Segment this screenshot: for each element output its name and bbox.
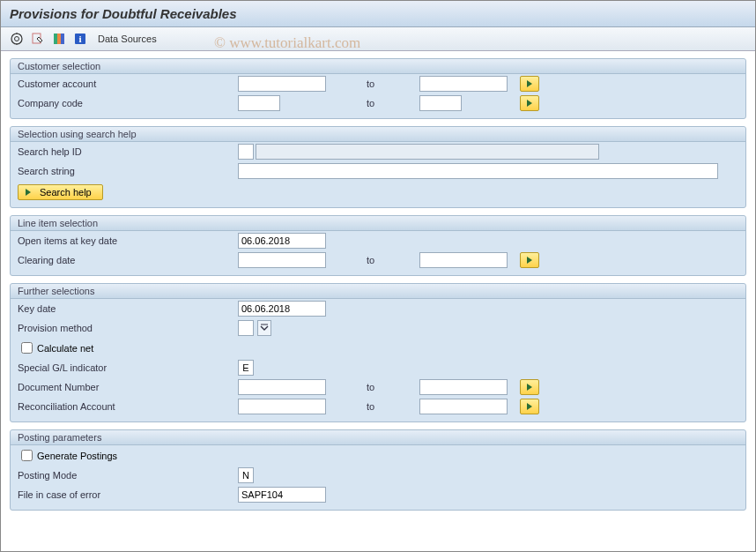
group-line-item-selection: Line item selection Open items at key da… <box>10 215 746 276</box>
svg-text:i: i <box>78 34 81 44</box>
calculate-net-label: Calculate net <box>37 343 93 354</box>
search-string-input[interactable] <box>238 163 718 179</box>
company-code-label: Company code <box>18 98 238 108</box>
provision-method-input[interactable] <box>238 320 254 336</box>
recon-account-to-label: to <box>367 401 419 412</box>
company-code-multi-button[interactable] <box>520 95 539 111</box>
search-string-label: Search string <box>18 166 238 176</box>
file-error-input[interactable] <box>238 487 326 503</box>
group-title-customer: Customer selection <box>11 59 745 74</box>
svg-rect-7 <box>61 34 64 44</box>
clearing-date-label: Clearing date <box>18 255 238 265</box>
generate-postings-label: Generate Postings <box>37 451 117 461</box>
special-gl-input[interactable] <box>238 360 254 376</box>
document-number-to-label: to <box>367 382 419 392</box>
generate-postings-checkbox[interactable] <box>21 450 33 461</box>
info-icon[interactable]: i <box>71 30 89 48</box>
customer-account-multi-button[interactable] <box>520 76 539 92</box>
company-code-to-label: to <box>367 98 419 108</box>
clearing-date-to-label: to <box>367 255 419 265</box>
page-title: Provisions for Doubtful Receivables <box>1 1 755 27</box>
group-further-selections: Further selections Key date Provision me… <box>10 283 746 422</box>
clearing-date-multi-button[interactable] <box>520 252 539 268</box>
group-search-help: Selection using search help Search help … <box>10 126 746 208</box>
provision-method-label: Provision method <box>18 323 238 333</box>
group-title-searchhelp: Selection using search help <box>11 127 745 142</box>
company-code-from-input[interactable] <box>238 95 280 111</box>
execute-icon[interactable] <box>8 30 26 48</box>
calculate-net-checkbox[interactable] <box>21 342 33 354</box>
recon-account-from-input[interactable] <box>238 399 326 414</box>
document-number-from-input[interactable] <box>238 379 326 395</box>
search-help-button-label: Search help <box>40 187 92 198</box>
search-help-id-desc-input <box>256 144 599 160</box>
open-items-label: Open items at key date <box>18 235 238 246</box>
group-customer-selection: Customer selection Customer account to C… <box>10 58 746 119</box>
data-sources-button[interactable]: Data Sources <box>93 34 162 44</box>
customer-account-to-input[interactable] <box>419 76 508 92</box>
recon-account-multi-button[interactable] <box>520 399 539 414</box>
search-help-id-label: Search help ID <box>18 146 238 157</box>
clearing-date-from-input[interactable] <box>238 252 326 268</box>
document-number-multi-button[interactable] <box>520 379 539 395</box>
group-title-posting: Posting parameters <box>11 430 745 445</box>
selection-icon[interactable] <box>50 30 68 48</box>
recon-account-label: Reconciliation Account <box>18 401 238 412</box>
special-gl-label: Special G/L indicator <box>18 362 238 373</box>
clearing-date-to-input[interactable] <box>419 252 508 268</box>
svg-rect-6 <box>57 34 61 44</box>
recon-account-to-input[interactable] <box>419 399 508 414</box>
group-posting-parameters: Posting parameters Generate Postings Pos… <box>10 429 746 511</box>
key-date-label: Key date <box>18 303 238 314</box>
open-items-input[interactable] <box>238 233 326 249</box>
customer-account-label: Customer account <box>18 78 238 89</box>
search-help-id-input[interactable] <box>238 144 254 160</box>
get-variant-icon[interactable] <box>29 30 47 48</box>
provision-method-f4-icon[interactable] <box>257 320 271 336</box>
group-title-lineitem: Line item selection <box>11 216 745 231</box>
document-number-to-input[interactable] <box>419 379 508 395</box>
posting-mode-input[interactable] <box>238 467 254 483</box>
document-number-label: Document Number <box>18 382 238 392</box>
customer-account-to-label: to <box>367 78 419 89</box>
toolbar: i Data Sources <box>1 27 755 51</box>
company-code-to-input[interactable] <box>419 95 462 111</box>
customer-account-from-input[interactable] <box>238 76 326 92</box>
svg-rect-5 <box>54 34 57 44</box>
arrow-right-icon <box>26 189 31 196</box>
svg-point-0 <box>11 34 22 44</box>
search-help-button[interactable]: Search help <box>18 184 103 200</box>
file-error-label: File in case of error <box>18 489 238 500</box>
posting-mode-label: Posting Mode <box>18 470 238 481</box>
key-date-input[interactable] <box>238 301 326 317</box>
svg-point-1 <box>15 37 19 41</box>
group-title-further: Further selections <box>11 284 745 299</box>
